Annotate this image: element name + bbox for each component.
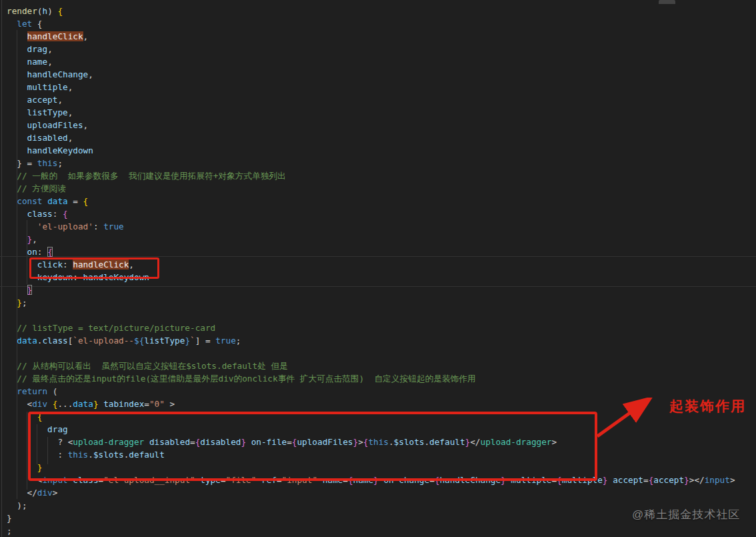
code-line <box>7 347 735 360</box>
code-token: ${ <box>134 336 144 346</box>
code-token: { <box>83 196 89 206</box>
watermark: @稀土掘金技术社区 <box>632 507 740 522</box>
code-token <box>47 399 53 409</box>
code-token <box>7 95 27 105</box>
code-token: // listType = text/picture/picture-card <box>7 323 215 333</box>
code-line <box>7 309 735 322</box>
code-token: render <box>7 6 37 16</box>
code-token: , <box>32 234 37 244</box>
code-token <box>7 107 27 117</box>
code-token: this <box>37 158 58 168</box>
code-token <box>7 133 27 143</box>
code-token: , <box>83 120 89 130</box>
code-line: // 最终点击的还是input的file(这里借助是最外层div的onclick… <box>7 372 735 385</box>
annotation-label: 起装饰作用 <box>669 397 746 416</box>
code-token: accept <box>653 475 684 485</box>
code-token: = <box>643 475 649 485</box>
code-line: } <box>7 284 735 296</box>
code-token: } <box>7 513 12 523</box>
code-token <box>7 209 27 219</box>
annotation-arrow-icon <box>592 398 653 442</box>
code-line: ); <box>7 499 735 512</box>
code-token: = <box>144 399 149 409</box>
code-token: data <box>73 399 93 409</box>
annotation-box-click-handler <box>29 257 159 279</box>
code-token: ` <box>190 336 195 346</box>
code-token: handleKeydown <box>27 145 93 155</box>
code-token: ); <box>7 500 27 510</box>
code-token: : <box>53 209 63 219</box>
code-token: multiple <box>27 82 68 92</box>
code-token <box>7 386 17 396</box>
code-token <box>608 475 613 485</box>
code-token: } <box>684 475 689 485</box>
code-line: data.class[`el-upload--${listType}`] = t… <box>7 334 735 347</box>
code-line: handleKeydown <box>7 144 735 157</box>
code-token: } <box>17 298 22 308</box>
code-token: data <box>47 196 68 206</box>
editor-left-border <box>1 0 2 537</box>
code-token: } <box>27 285 33 295</box>
code-token: < <box>7 399 32 409</box>
code-token: ; <box>22 298 27 308</box>
code-token: ( <box>47 386 57 396</box>
code-token: input <box>705 475 730 485</box>
code-line: handleChange, <box>7 68 735 81</box>
code-token <box>7 82 27 92</box>
code-token: , <box>57 95 63 105</box>
code-token: > <box>53 488 58 498</box>
code-token <box>7 120 27 130</box>
code-line: } = this; <box>7 157 735 169</box>
code-token: class <box>27 209 53 219</box>
code-token <box>7 44 27 54</box>
code-token: // 方便阅读 <box>7 183 66 193</box>
code-line: disabled, <box>7 131 735 144</box>
code-line: class: { <box>7 207 735 220</box>
code-token: accept <box>27 95 58 105</box>
code-token: data <box>17 336 37 346</box>
code-line: name, <box>7 55 735 68</box>
code-token: ; <box>7 526 12 536</box>
code-token <box>7 336 17 346</box>
code-token <box>7 247 27 257</box>
code-token <box>7 298 17 308</box>
code-line: 'el-upload': true <box>7 220 735 233</box>
annotation-box-drag-block <box>28 412 597 481</box>
code-token <box>7 196 17 206</box>
code-token: const <box>17 196 42 206</box>
code-token: "0" <box>149 399 165 409</box>
code-token <box>7 69 27 79</box>
code-token <box>7 145 27 155</box>
code-token: `el-upload-- <box>73 336 134 346</box>
code-token: > <box>165 399 175 409</box>
code-token: tabindex <box>103 399 144 409</box>
code-token: uploadFiles <box>27 120 83 130</box>
code-token: { <box>57 6 63 16</box>
code-token: class <box>42 336 67 346</box>
code-token: true <box>215 336 236 346</box>
code-token: handleChange <box>27 69 89 79</box>
minimap-slider[interactable] <box>659 0 675 4</box>
code-line: drag, <box>7 43 735 55</box>
code-line: render(h) { <box>7 5 735 17</box>
code-token <box>7 285 27 295</box>
code-token: on <box>27 247 37 257</box>
code-token: , <box>47 57 53 67</box>
code-token: } <box>185 336 190 346</box>
code-token <box>7 19 17 29</box>
code-token: name <box>27 57 48 67</box>
code-token: handleClick <box>27 31 83 41</box>
code-line: let { <box>7 17 735 30</box>
code-token: : <box>37 247 47 257</box>
code-token: ; <box>236 336 241 346</box>
code-token <box>7 221 37 231</box>
code-line: // 从结构可以看出 虽然可以自定义按钮在$slots.default处 但是 <box>7 360 735 372</box>
code-token: ... <box>57 399 73 409</box>
code-token: // 从结构可以看出 虽然可以自定义按钮在$slots.default处 但是 <box>7 361 288 371</box>
code-token: </ <box>7 488 37 498</box>
code-token: = <box>68 196 83 206</box>
code-token: > <box>730 475 735 485</box>
code-token: { <box>47 247 53 257</box>
code-line: listType, <box>7 106 735 119</box>
code-token: 'el-upload' <box>37 221 93 231</box>
